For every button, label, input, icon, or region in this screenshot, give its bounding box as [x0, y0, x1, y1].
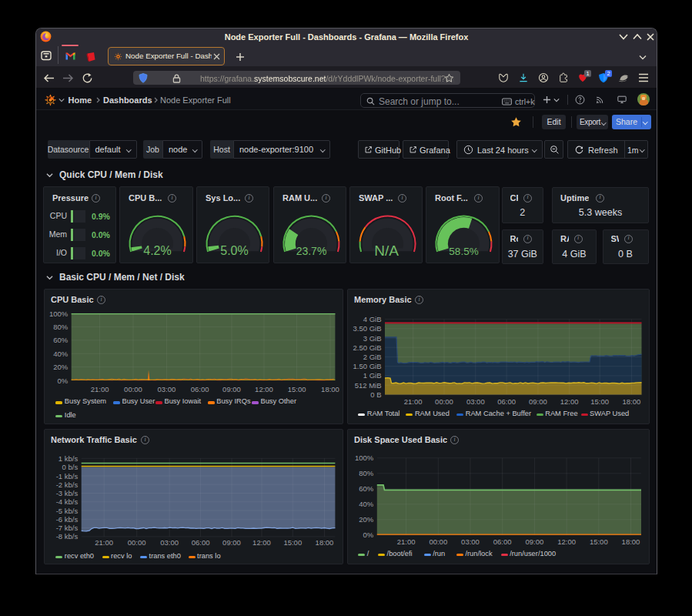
svg-text:-2 kb/s: -2 kb/s	[56, 480, 79, 489]
svg-text:00:00: 00:00	[124, 385, 142, 393]
svg-text:-5 kb/s: -5 kb/s	[56, 507, 79, 515]
svg-text:2.50 GiB: 2.50 GiB	[353, 343, 382, 352]
svg-text:-6 kb/s: -6 kb/s	[56, 515, 79, 524]
svg-text:4.2%: 4.2%	[143, 244, 171, 257]
svg-text:0 B: 0 B	[370, 390, 381, 399]
svg-text:3 GiB: 3 GiB	[363, 334, 382, 343]
svg-text:18:00: 18:00	[321, 385, 339, 393]
svg-text:18:00: 18:00	[316, 538, 334, 547]
svg-text:1.50 GiB: 1.50 GiB	[353, 362, 382, 370]
svg-text:18:00: 18:00	[622, 537, 640, 546]
svg-text:512 MiB: 512 MiB	[355, 381, 382, 390]
svg-text:4 GiB: 4 GiB	[363, 315, 382, 323]
svg-text:0%: 0%	[57, 377, 68, 385]
svg-text:20%: 20%	[53, 363, 69, 371]
svg-text:09:00: 09:00	[529, 397, 547, 406]
svg-text:06:00: 06:00	[493, 537, 512, 546]
svg-text:-3 kb/s: -3 kb/s	[56, 489, 79, 497]
svg-text:03:00: 03:00	[466, 397, 485, 406]
svg-text:12:00: 12:00	[255, 385, 273, 393]
svg-text:N/A: N/A	[374, 243, 399, 259]
svg-text:2 GiB: 2 GiB	[363, 353, 382, 361]
svg-text:09:00: 09:00	[526, 537, 544, 546]
svg-text:12:00: 12:00	[557, 537, 576, 546]
svg-text:06:00: 06:00	[191, 385, 209, 393]
svg-text:-4 kb/s: -4 kb/s	[56, 497, 79, 506]
svg-text:21:00: 21:00	[397, 537, 416, 546]
svg-text:1 kb/s: 1 kb/s	[59, 454, 79, 463]
svg-text:15:00: 15:00	[288, 385, 306, 393]
svg-text:00:00: 00:00	[435, 397, 453, 406]
svg-text:00:00: 00:00	[128, 538, 146, 547]
svg-text:0%: 0%	[363, 531, 374, 539]
svg-text:80%: 80%	[359, 469, 374, 477]
svg-text:03:00: 03:00	[461, 537, 480, 546]
svg-text:40%: 40%	[53, 350, 69, 358]
svg-text:03:00: 03:00	[158, 385, 176, 393]
svg-text:60%: 60%	[359, 484, 374, 493]
svg-text:21:00: 21:00	[404, 397, 423, 406]
svg-text:15:00: 15:00	[590, 397, 609, 406]
svg-text:5.0%: 5.0%	[220, 244, 248, 257]
svg-text:00:00: 00:00	[429, 537, 447, 546]
svg-text:0 b/s: 0 b/s	[62, 463, 79, 471]
svg-text:100%: 100%	[355, 454, 374, 462]
svg-text:-7 kb/s: -7 kb/s	[56, 524, 79, 532]
svg-text:09:00: 09:00	[222, 538, 241, 547]
svg-text:15:00: 15:00	[590, 537, 608, 546]
svg-text:12:00: 12:00	[560, 397, 579, 406]
svg-text:18:00: 18:00	[623, 397, 641, 406]
svg-text:80%: 80%	[53, 323, 69, 331]
svg-text:09:00: 09:00	[222, 385, 241, 393]
svg-text:58.5%: 58.5%	[449, 246, 478, 257]
svg-text:1 GiB: 1 GiB	[363, 371, 382, 380]
svg-text:20%: 20%	[359, 515, 374, 524]
svg-text:-1 kb/s: -1 kb/s	[56, 472, 79, 480]
svg-text:03:00: 03:00	[160, 538, 179, 547]
svg-text:100%: 100%	[49, 310, 69, 318]
svg-text:06:00: 06:00	[497, 397, 516, 406]
svg-text:-8 kb/s: -8 kb/s	[56, 532, 79, 541]
svg-text:06:00: 06:00	[192, 538, 210, 547]
svg-text:60%: 60%	[53, 336, 69, 344]
svg-text:23.7%: 23.7%	[296, 245, 327, 257]
svg-text:3.50 GiB: 3.50 GiB	[353, 324, 382, 333]
svg-text:21:00: 21:00	[91, 385, 109, 393]
svg-text:15:00: 15:00	[283, 538, 302, 547]
svg-text:21:00: 21:00	[95, 538, 113, 547]
svg-text:12:00: 12:00	[252, 538, 271, 547]
svg-text:40%: 40%	[359, 500, 374, 508]
